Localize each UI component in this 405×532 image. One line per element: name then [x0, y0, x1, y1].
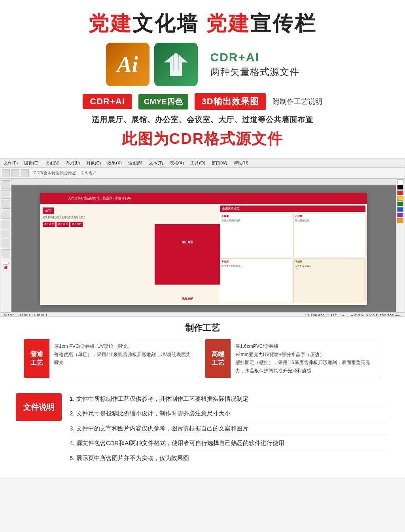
dp-red-diamond: 清正廉洁	[155, 224, 220, 285]
title-mid1: 文化墙	[132, 12, 206, 35]
tag-3d: 3D输出效果图	[195, 93, 266, 110]
swatch-green[interactable]	[397, 202, 403, 206]
toolbar-btn[interactable]	[2, 169, 10, 177]
cdr-color-panel	[396, 179, 405, 312]
title-mid2: 宣传栏	[250, 12, 317, 35]
status-color: ■ C:0 M:0 Y:0 K:100 200 mm	[350, 314, 401, 317]
tool-draw[interactable]	[2, 190, 10, 199]
craft-section: 制作工艺 普通 工艺 厚1cm PVC/雪弗板+UV喷绘（哑光） 价格优惠（单层…	[0, 317, 405, 384]
tags-row: CDR+AI CMYE四色 3D输出效果图 附制作工艺说明	[8, 93, 397, 110]
dp-hex-label1: 清正廉洁	[182, 240, 193, 244]
notes-section: 文件说明 1. 文件中所标制作工艺仅供参考，具体制作工艺要根据实际情况制定 2.…	[0, 384, 405, 477]
canvas-content[interactable]: ☭ 党风廉政建设 人民对美好生活的向往，就是我们的奋斗目标 前言 党风廉政建设是…	[11, 185, 396, 312]
dp-label2: 两个自信	[57, 222, 69, 227]
dp-label3: 两个维护	[70, 222, 83, 227]
cdr-menubar: 文件(F) 编辑(E) 视图(V) 布局(L) 对象(C) 效果(X) 位图(B…	[0, 159, 405, 168]
notes-item-5: 5. 展示页中所含图片并不为实物，仅为效果图	[70, 451, 389, 466]
dp-card: 不廉腐 加强党风廉政建设...	[220, 213, 292, 258]
dp-card: 不敢腐 建立健全惩防体系...	[220, 258, 292, 303]
notes-item-1: 1. 文件中所标制作工艺仅供参考，具体制作工艺要根据实际情况制定	[70, 392, 389, 407]
icons-row: Ai CDR+AI 两种矢量格式源文件	[8, 43, 397, 86]
tool-select[interactable]	[2, 180, 10, 189]
notes-list: 1. 文件中所标制作工艺仅供参考，具体制作工艺要根据实际情况制定 2. 文件尺寸…	[70, 392, 389, 466]
menu-item[interactable]: 文本(T)	[149, 160, 163, 166]
menu-item[interactable]: 窗口(W)	[212, 160, 227, 166]
menu-item[interactable]: 位图(B)	[128, 160, 143, 166]
tag-craft: 附制作工艺说明	[273, 97, 322, 106]
dp-content-area: 前言 党风廉政建设是党的建设的重要组成部分，... 两个认识 两个自信 两个维护	[40, 204, 367, 305]
swatch-black[interactable]	[397, 185, 403, 190]
craft-card-high: 高端 工艺 厚1.6cmPVC/雪弗板 +2mm亚克力UV背喷+部分水晶字（压边…	[205, 339, 381, 378]
tool-crop[interactable]	[2, 230, 10, 238]
tool-shape[interactable]	[2, 249, 10, 258]
swatch-red[interactable]	[397, 191, 403, 195]
file-converted-label: 文件已转曲	[3, 262, 9, 265]
dp-right-col: 全面从严治党 不廉腐 加强党风廉政建设... 不想腐 强化思想建设...	[220, 204, 367, 305]
filename-label: CDR(全本转曲和过稿做)... 未命名-1	[34, 170, 96, 176]
swatch-white[interactable]	[397, 179, 403, 184]
header-section: 党建文化墙 党建宣传栏 Ai CDR+AI 两种矢量格式源文件 CDR+AI C…	[0, 0, 405, 158]
swatch-orange[interactable]	[397, 218, 403, 223]
menu-item[interactable]: 布局(L)	[66, 160, 79, 166]
cdr-toolbox: 文件已转曲	[0, 179, 11, 312]
craft-label-basic: 普通 工艺	[24, 339, 49, 378]
tool-pencil[interactable]	[2, 240, 10, 248]
status-coords: (-1,599.601, 1,313...) ▶	[305, 314, 346, 317]
swatch-yellow[interactable]	[397, 196, 403, 201]
dp-label1: 两个认识	[43, 222, 55, 227]
craft-body-basic: 厚1cm PVC/雪弗板+UV喷绘（哑光） 价格优惠（单层），采用1:1来完雪弗…	[49, 339, 200, 378]
title-part2: 党建	[206, 12, 250, 35]
format-line1: CDR+AI	[210, 51, 299, 64]
tag-cmye: CMYE四色	[138, 94, 188, 109]
dp-qianyan: 前言	[43, 208, 54, 214]
format-text: CDR+AI 两种矢量格式源文件	[210, 51, 299, 78]
dp-card: 不想腐 强化思想建设...	[293, 213, 365, 258]
craft-label-high: 高端 工艺	[205, 339, 231, 378]
tag-cdr-ai: CDR+AI	[83, 94, 132, 109]
menu-item[interactable]: 编辑(E)	[24, 160, 39, 166]
menu-item[interactable]: 工具(O)	[190, 160, 205, 166]
status-text: 第1页，共1页 | 1 | 图层 1	[4, 313, 47, 317]
dp-desc-text: 党风廉政建设是党的建设的重要组成部分，...	[43, 216, 152, 219]
swatch-purple[interactable]	[397, 213, 403, 217]
main-title: 党建文化墙 党建宣传栏	[8, 11, 397, 36]
menu-item[interactable]: 表格(A)	[170, 160, 184, 166]
craft-row: 普通 工艺 厚1cm PVC/雪弗板+UV喷绘（哑光） 价格优惠（单层），采用1…	[24, 339, 381, 378]
cdr-canvas[interactable]: ☭ 党风廉政建设 人民对美好生活的向往，就是我们的奋斗目标 前言 党风廉政建设是…	[11, 179, 396, 312]
canvas-ruler	[11, 179, 396, 185]
big-cdr-text: 此图为CDR格式源文件	[8, 129, 397, 149]
notes-label: 文件说明	[16, 393, 62, 421]
dp-left-col: 前言 党风廉政建设是党的建设的重要组成部分，... 两个认识 两个自信 两个维护	[40, 204, 155, 305]
svg-marker-0	[164, 53, 188, 76]
cdr-screenshot: 文件(F) 编辑(E) 视图(V) 布局(L) 对象(C) 效果(X) 位图(B…	[0, 158, 405, 317]
title-part1: 党建	[88, 12, 132, 35]
toolbar-btn[interactable]	[11, 169, 19, 177]
tool-text[interactable]	[2, 200, 10, 209]
subtitle-text: 适用展厅、展馆、办公室、会议室、大厅、过道等公共墙面布置	[8, 115, 397, 125]
toolbar-btn[interactable]	[21, 169, 29, 177]
dp-card: 不能腐 完善制度建设...	[293, 258, 365, 303]
dp-top-bar: 人民对美好生活的向往，就是我们的奋斗目标	[40, 193, 367, 204]
cdr-toolbar: CDR(全本转曲和过稿做)... 未命名-1	[0, 168, 405, 179]
cdr-icon	[154, 43, 198, 86]
menu-item[interactable]: 文件(F)	[4, 160, 18, 166]
menu-item[interactable]: 帮助(H)	[234, 160, 248, 166]
dp-cards-grid: 不廉腐 加强党风廉政建设... 不想腐 强化思想建设... 不敢腐 建立健全惩防…	[220, 213, 365, 303]
dp-bar-text: 人民对美好生活的向往，就是我们的奋斗目标	[68, 196, 131, 200]
menu-item[interactable]: 视图(V)	[45, 160, 60, 166]
cdr-statusbar: 第1页，共1页 | 1 | 图层 1 (-1,599.601, 1,313...…	[0, 312, 405, 317]
dp-right-title: 全面从严治党	[220, 206, 365, 212]
design-preview: ☭ 党风廉政建设 人民对美好生活的向往，就是我们的奋斗目标 前言 党风廉政建设是…	[40, 193, 367, 305]
dp-bottom-labels: 两个认识 两个自信 两个维护	[43, 222, 152, 227]
menu-item[interactable]: 效果(X)	[107, 160, 122, 166]
craft-title: 制作工艺	[24, 322, 381, 334]
swatch-blue[interactable]	[397, 207, 403, 212]
dp-mid-col: 清正廉洁 无私奉献	[155, 204, 220, 305]
notes-item-2: 2. 文件尺寸是投稿比例缩小设计，制作时请务必注意尺寸大小	[70, 406, 389, 421]
tool-zoom[interactable]	[2, 210, 10, 219]
ai-icon: Ai	[106, 43, 150, 86]
tool-fill[interactable]	[2, 220, 10, 228]
dp-hex-label2: 无私奉献	[182, 297, 193, 301]
format-line2: 两种矢量格式源文件	[210, 66, 299, 78]
menu-item[interactable]: 对象(C)	[86, 160, 101, 166]
